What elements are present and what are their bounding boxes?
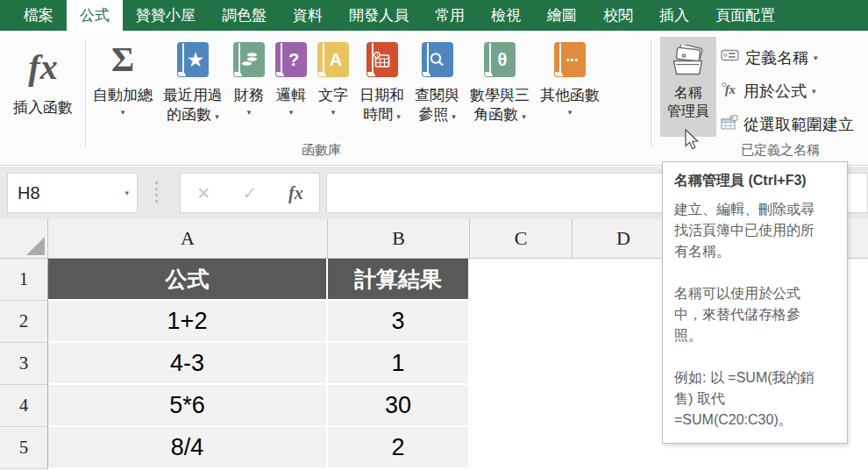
excel-window: 檔案公式贊贊小屋調色盤資料開發人員常用檢視繪圖校閱插入頁面配置 fx 插入函數 … xyxy=(0,0,868,470)
ribbon-button-autosum[interactable]: Σ自動加總▾ xyxy=(88,38,158,117)
ribbon-tab-file[interactable]: 檔案 xyxy=(11,0,67,31)
name-box-dropdown-icon[interactable]: ▾ xyxy=(125,189,129,197)
column-header-A[interactable]: A xyxy=(48,219,328,259)
select-all-corner[interactable] xyxy=(0,219,48,259)
column-header-B[interactable]: B xyxy=(328,219,470,259)
cell-B2[interactable]: 3 xyxy=(328,301,470,343)
svg-text:fx: fx xyxy=(725,83,736,96)
column-header-C[interactable]: C xyxy=(470,219,573,259)
dropdown-arrow-icon: ▾ xyxy=(814,53,818,62)
more-functions-label: 其他函數 xyxy=(540,86,600,105)
ribbon-button-recent-functions[interactable]: ★最近用過的函數▾ xyxy=(158,38,228,125)
column-header-D[interactable]: D xyxy=(573,219,675,259)
dropdown-arrow-icon: ▾ xyxy=(331,108,336,117)
ribbon-button-lookup-reference[interactable]: 查閱與參照▾ xyxy=(409,38,465,125)
ribbon-tab-home[interactable]: 常用 xyxy=(422,0,478,31)
lookup-reference-label: 查閱與參照▾ xyxy=(415,86,459,125)
ribbon-button-math-trig[interactable]: θ數學與三角函數▾ xyxy=(465,38,535,125)
dropdown-arrow-icon: ▾ xyxy=(396,112,401,121)
name-box-value: H8 xyxy=(18,183,125,203)
dropdown-arrow-icon: ▾ xyxy=(215,112,219,121)
cell-C2[interactable] xyxy=(470,301,573,343)
book-glyph: ••• xyxy=(566,54,580,65)
ribbon-button-date-time[interactable]: 日期和時間▾ xyxy=(354,38,409,125)
ribbon-tab-draw[interactable]: 繪圖 xyxy=(534,0,590,31)
ribbon-button-use-in-formula[interactable]: fx用於公式▾ xyxy=(721,80,854,102)
row-header-1[interactable]: 1 xyxy=(0,259,48,301)
insert-function-label: 插入函數 xyxy=(13,97,73,118)
ribbon-tab-insert[interactable]: 插入 xyxy=(646,0,702,31)
cell-D2[interactable] xyxy=(573,301,675,343)
dropdown-arrow-icon: ▾ xyxy=(121,108,125,117)
cell-B1[interactable]: 計算結果 xyxy=(328,259,470,301)
autosum-label: 自動加總 xyxy=(93,86,153,105)
recent-functions-label: 最近用過的函數▾ xyxy=(163,86,223,125)
math-trig-icon: θ xyxy=(484,38,516,82)
name-manager-button[interactable]: 名稱 管理員 xyxy=(660,37,716,137)
text-icon: A xyxy=(317,38,349,82)
tooltip-paragraph: 例如: 以 =SUM(我的銷售) 取代 =SUM(C20:C30)。 xyxy=(674,367,828,431)
ribbon-button-logical[interactable]: ?邏輯▾ xyxy=(270,38,312,117)
insert-function-button[interactable]: fx 插入函數 xyxy=(4,38,82,145)
card-file-icon xyxy=(670,45,707,80)
cell-B4[interactable]: 30 xyxy=(328,385,470,427)
cell-A1[interactable]: 公式 xyxy=(48,259,328,301)
lookup-reference-icon xyxy=(422,38,453,82)
row-header-2[interactable]: 2 xyxy=(0,301,48,343)
name-box[interactable]: H8 ▾ xyxy=(7,173,138,213)
ribbon-tab-zanzan-house[interactable]: 贊贊小屋 xyxy=(123,0,209,31)
ribbon-tab-developer[interactable]: 開發人員 xyxy=(336,0,422,31)
use-in-formula-label: 用於公式 xyxy=(743,81,807,102)
ribbon-tab-review[interactable]: 校閱 xyxy=(590,0,646,31)
row-header-5[interactable]: 5 xyxy=(0,427,48,469)
row-header-4[interactable]: 4 xyxy=(0,385,48,427)
cell-C5[interactable] xyxy=(470,427,573,469)
cell-D5[interactable] xyxy=(573,427,675,469)
ribbon-tab-formulas[interactable]: 公式 xyxy=(67,0,123,31)
book-glyph: ★ xyxy=(188,49,203,70)
cancel-icon[interactable]: ✕ xyxy=(196,183,210,203)
ribbon-button-more-functions[interactable]: •••其他函數▾ xyxy=(535,38,605,117)
cell-C1[interactable] xyxy=(470,259,573,301)
ribbon-group-divider xyxy=(85,39,86,146)
ribbon-tab-view[interactable]: 檢視 xyxy=(478,0,534,31)
enter-icon[interactable]: ✓ xyxy=(243,183,257,203)
book-glyph: ? xyxy=(288,50,299,70)
cell-B3[interactable]: 1 xyxy=(328,343,470,385)
logical-label: 邏輯 xyxy=(276,86,306,105)
cell-D4[interactable] xyxy=(573,385,675,427)
ribbon-tab-page-layout[interactable]: 頁面配置 xyxy=(702,0,788,31)
book-shape xyxy=(422,42,453,77)
cell-B5[interactable]: 2 xyxy=(328,427,470,469)
defined-names-items: 定義名稱▾fx用於公式▾從選取範圍建立 xyxy=(721,46,854,135)
ribbon-tab-bar: 檔案公式贊贊小屋調色盤資料開發人員常用檢視繪圖校閱插入頁面配置 xyxy=(0,0,868,31)
formula-bar-resize-handle[interactable] xyxy=(155,182,158,203)
ribbon-button-text[interactable]: A文字▾ xyxy=(312,38,354,117)
dropdown-arrow-icon: ▾ xyxy=(452,112,456,121)
logical-icon: ? xyxy=(275,38,307,82)
cell-D3[interactable] xyxy=(573,343,675,385)
ribbon-tab-data[interactable]: 資料 xyxy=(280,0,336,31)
cell-A5[interactable]: 8/4 xyxy=(48,427,328,469)
dropdown-arrow-icon: ▾ xyxy=(568,108,573,117)
ribbon-button-create-from-selection[interactable]: 從選取範圍建立 xyxy=(721,113,854,135)
cell-C4[interactable] xyxy=(470,385,573,427)
book-shape: ? xyxy=(275,42,307,77)
cell-D1[interactable] xyxy=(573,259,675,301)
date-time-label: 日期和時間▾ xyxy=(359,86,404,125)
name-manager-tooltip: 名稱管理員 (Ctrl+F3) 建立、編輯、刪除或尋找活頁簿中已使用的所有名稱。… xyxy=(662,161,848,444)
insert-function-icon: fx xyxy=(28,45,57,90)
dropdown-arrow-icon: ▾ xyxy=(522,112,526,121)
book-shape: ★ xyxy=(177,42,209,77)
row-header-3[interactable]: 3 xyxy=(0,343,48,385)
ribbon: fx 插入函數 Σ自動加總▾★最近用過的函數▾財務▾?邏輯▾A文字▾日期和時間▾… xyxy=(0,31,868,166)
ribbon-tab-palette[interactable]: 調色盤 xyxy=(209,0,280,31)
ribbon-button-financial[interactable]: 財務▾ xyxy=(228,38,270,117)
cell-C3[interactable] xyxy=(470,343,573,385)
cell-A4[interactable]: 5*6 xyxy=(48,385,328,427)
ribbon-button-define-name[interactable]: 定義名稱▾ xyxy=(721,46,854,68)
cell-A3[interactable]: 4-3 xyxy=(48,343,328,385)
financial-icon xyxy=(233,38,265,82)
cell-A2[interactable]: 1+2 xyxy=(48,301,328,343)
insert-function-fx-icon[interactable]: fx xyxy=(288,183,303,203)
